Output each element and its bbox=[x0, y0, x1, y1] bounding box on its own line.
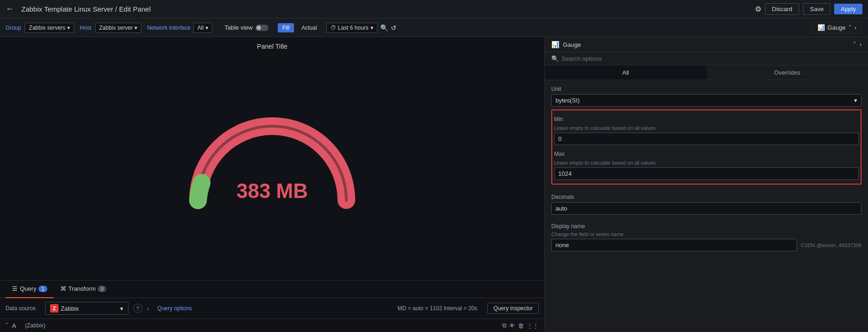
refresh-button[interactable]: ↺ bbox=[391, 24, 396, 32]
min-sublabel: Leave empty to calculate based on all va… bbox=[554, 125, 859, 131]
network-interface-dropdown[interactable]: All ▾ bbox=[193, 23, 212, 33]
query-tabs: ☰ Query 1 ⌘ Transform 0 bbox=[0, 281, 544, 298]
host-label: Host bbox=[80, 25, 91, 31]
search-options-input[interactable] bbox=[562, 55, 862, 62]
zabbix-logo: Z bbox=[50, 304, 58, 313]
query-meta: MD = auto = 1102 Interval = 20s bbox=[398, 305, 478, 312]
search-options-bar: 🔍 bbox=[545, 52, 868, 65]
unit-section: Unit bytes(SI) ▾ bbox=[545, 80, 868, 109]
min-input[interactable] bbox=[554, 133, 859, 145]
gear-button[interactable]: ⚙ bbox=[755, 5, 761, 13]
expand-right-button[interactable]: › bbox=[860, 41, 862, 48]
gauge-value-text: 383 MB bbox=[236, 179, 308, 202]
max-input[interactable] bbox=[554, 167, 859, 180]
display-name-input[interactable] bbox=[551, 239, 797, 251]
tab-overrides[interactable]: Overrides bbox=[707, 65, 868, 80]
panel-type-header: 📊 Gauge ˅ › bbox=[545, 37, 868, 52]
right-panel: 📊 Gauge ˅ › 🔍 All Overrides Unit bytes(S… bbox=[545, 37, 868, 332]
display-name-label: Display name bbox=[551, 223, 862, 230]
apply-button[interactable]: Apply bbox=[834, 4, 862, 14]
panel-visualization: Panel Title 383 MB bbox=[0, 37, 544, 280]
panel-type-label: Gauge bbox=[563, 41, 849, 48]
query-letter: A bbox=[12, 322, 21, 329]
actual-button[interactable]: Actual bbox=[297, 23, 321, 32]
delete-query-button[interactable]: 🗑 bbox=[518, 322, 524, 329]
discard-button[interactable]: Discard bbox=[765, 3, 799, 15]
table-view-toggle[interactable] bbox=[255, 25, 268, 31]
display-name-section: Display name Change the field or series … bbox=[545, 217, 868, 254]
host-dropdown[interactable]: Zabbix server ▾ bbox=[95, 23, 142, 33]
decimals-input[interactable] bbox=[551, 202, 862, 215]
decimals-section: Decimals bbox=[545, 188, 868, 217]
datasource-label: Data source bbox=[6, 305, 40, 312]
display-name-sublabel: Change the field or series name bbox=[551, 231, 862, 237]
help-button[interactable]: ? bbox=[133, 304, 142, 313]
expand-query-button[interactable]: ˅ bbox=[6, 322, 8, 329]
panel-type-selector[interactable]: 📊 Gauge ˅ › bbox=[811, 22, 862, 33]
tab-transform[interactable]: ⌘ Transform 0 bbox=[54, 281, 113, 298]
gauge-svg: 383 MB bbox=[184, 112, 360, 214]
top-bar: ← Zabbix Template Linux Server / Edit Pa… bbox=[0, 0, 868, 19]
query-panel: ☰ Query 1 ⌘ Transform 0 Data source Z Za… bbox=[0, 280, 544, 332]
drag-handle[interactable]: ⋮⋮ bbox=[527, 322, 539, 329]
time-icon: ⏱ bbox=[331, 25, 336, 31]
gauge-icon: 📊 bbox=[817, 24, 825, 31]
min-label: Min bbox=[554, 114, 859, 123]
tab-query[interactable]: ☰ Query 1 bbox=[6, 281, 54, 298]
table-view-group: Table view bbox=[224, 24, 268, 31]
datasource-row: Data source Z Zabbix ▾ ? › Query options… bbox=[0, 298, 544, 319]
network-interface-label: Network interface bbox=[147, 25, 190, 31]
query-icon: ☰ bbox=[12, 285, 18, 292]
datasource-select[interactable]: Z Zabbix ▾ bbox=[45, 302, 128, 315]
eye-button[interactable]: 👁 bbox=[509, 322, 515, 329]
group-dropdown[interactable]: Zabbix servers ▾ bbox=[25, 23, 74, 33]
max-sublabel: Leave empty to calculate based on all va… bbox=[554, 160, 859, 166]
query-options-link[interactable]: Query options bbox=[157, 305, 192, 312]
max-label: Max bbox=[554, 149, 859, 158]
transform-icon: ⌘ bbox=[60, 285, 66, 292]
table-view-label: Table view bbox=[224, 24, 253, 31]
panel-title: Panel Title bbox=[257, 43, 287, 50]
back-button[interactable]: ← bbox=[6, 4, 14, 14]
query-row-a: ˅ A (Zabbix) ⧉ 👁 🗑 ⋮⋮ bbox=[0, 319, 544, 332]
group-label: Group bbox=[6, 25, 21, 31]
options-tabs: All Overrides bbox=[545, 65, 868, 80]
toolbar: Group Zabbix servers ▾ Host Zabbix serve… bbox=[0, 19, 868, 37]
search-icon: 🔍 bbox=[551, 55, 559, 62]
unit-select[interactable]: bytes(SI) ▾ bbox=[551, 94, 862, 107]
min-max-highlight-box: Min Leave empty to calculate based on al… bbox=[551, 109, 862, 185]
top-bar-actions: ⚙ Discard Save Apply bbox=[755, 3, 862, 15]
tab-all[interactable]: All bbox=[545, 65, 707, 80]
copy-query-button[interactable]: ⧉ bbox=[502, 322, 506, 329]
fill-button[interactable]: Fill bbox=[278, 23, 294, 32]
query-source: (Zabbix) bbox=[25, 322, 45, 329]
save-button[interactable]: Save bbox=[803, 3, 831, 15]
watermark: CSDN @weixin_46837396 bbox=[801, 243, 862, 248]
gauge-type-icon: 📊 bbox=[551, 41, 559, 48]
query-actions: ⧉ 👁 🗑 ⋮⋮ bbox=[502, 322, 539, 329]
left-panel: Panel Title 383 MB bbox=[0, 37, 545, 332]
main-layout: Panel Title 383 MB bbox=[0, 37, 868, 332]
query-inspector-button[interactable]: Query inspector bbox=[487, 303, 539, 314]
unit-label: Unit bbox=[551, 86, 862, 92]
time-range-picker[interactable]: ⏱ Last 6 hours ▾ bbox=[326, 23, 377, 33]
gauge-container: 383 MB bbox=[184, 112, 360, 214]
decimals-label: Decimals bbox=[551, 194, 862, 200]
arrow-icon: › bbox=[147, 305, 149, 312]
collapse-panel-button[interactable]: ˅ bbox=[853, 41, 856, 48]
zoom-out-button[interactable]: 🔍 bbox=[380, 24, 388, 32]
page-title: Zabbix Template Linux Server / Edit Pane… bbox=[21, 5, 751, 13]
